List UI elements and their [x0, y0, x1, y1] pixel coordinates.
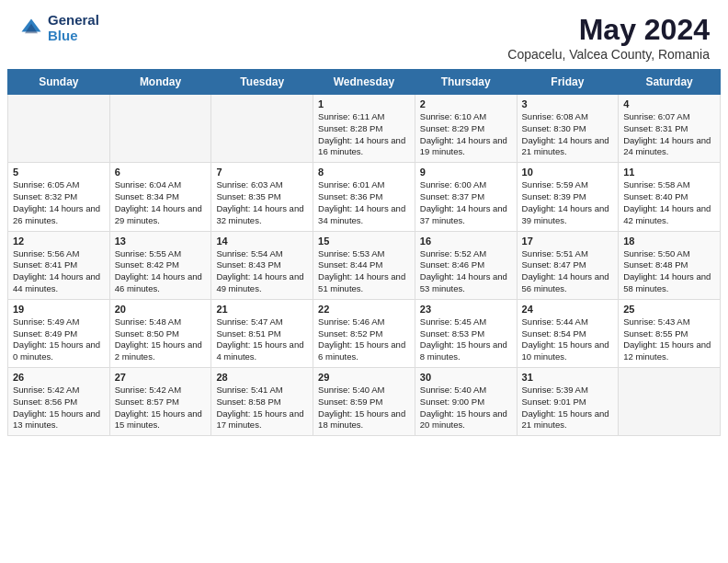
- page-container: General Blue May 2024 Copacelu, Valcea C…: [0, 0, 728, 443]
- calendar-cell: 4Sunrise: 6:07 AM Sunset: 8:31 PM Daylig…: [619, 95, 721, 163]
- day-number: 24: [522, 304, 614, 315]
- weekday-header-friday: Friday: [517, 70, 619, 95]
- calendar-cell: 22Sunrise: 5:46 AM Sunset: 8:52 PM Dayli…: [313, 299, 415, 367]
- day-number: 2: [420, 98, 512, 109]
- day-number: 27: [115, 372, 207, 383]
- day-info: Sunrise: 5:39 AM Sunset: 9:01 PM Dayligh…: [522, 385, 614, 431]
- calendar-cell: 21Sunrise: 5:47 AM Sunset: 8:51 PM Dayli…: [211, 299, 313, 367]
- calendar-cell: 1Sunrise: 6:11 AM Sunset: 8:28 PM Daylig…: [313, 95, 415, 163]
- day-info: Sunrise: 5:52 AM Sunset: 8:46 PM Dayligh…: [420, 248, 512, 295]
- weekday-header-monday: Monday: [109, 70, 211, 95]
- day-number: 3: [522, 98, 614, 109]
- day-number: 29: [318, 372, 410, 383]
- weekday-header-saturday: Saturday: [619, 70, 721, 95]
- calendar-cell: 3Sunrise: 6:08 AM Sunset: 8:30 PM Daylig…: [517, 95, 619, 163]
- day-number: 16: [420, 236, 512, 247]
- day-number: 23: [420, 304, 512, 315]
- calendar-week-row: 19Sunrise: 5:49 AM Sunset: 8:49 PM Dayli…: [8, 299, 721, 367]
- calendar-cell: [211, 95, 313, 163]
- logo-blue-text: Blue: [48, 29, 99, 44]
- calendar-week-row: 5Sunrise: 6:05 AM Sunset: 8:32 PM Daylig…: [8, 163, 721, 231]
- calendar-cell: 11Sunrise: 5:58 AM Sunset: 8:40 PM Dayli…: [619, 163, 721, 231]
- day-number: 22: [318, 304, 410, 315]
- calendar-cell: 27Sunrise: 5:42 AM Sunset: 8:57 PM Dayli…: [109, 368, 211, 436]
- location-subtitle: Copacelu, Valcea County, Romania: [507, 47, 710, 62]
- day-number: 9: [420, 167, 512, 178]
- calendar-cell: 15Sunrise: 5:53 AM Sunset: 8:44 PM Dayli…: [313, 231, 415, 299]
- day-info: Sunrise: 5:49 AM Sunset: 8:49 PM Dayligh…: [13, 316, 105, 363]
- day-info: Sunrise: 5:40 AM Sunset: 8:59 PM Dayligh…: [318, 385, 410, 431]
- calendar-week-row: 26Sunrise: 5:42 AM Sunset: 8:56 PM Dayli…: [8, 368, 721, 436]
- calendar-cell: 10Sunrise: 5:59 AM Sunset: 8:39 PM Dayli…: [517, 163, 619, 231]
- day-info: Sunrise: 5:40 AM Sunset: 9:00 PM Dayligh…: [420, 385, 512, 431]
- day-info: Sunrise: 5:47 AM Sunset: 8:51 PM Dayligh…: [216, 316, 308, 363]
- day-info: Sunrise: 5:45 AM Sunset: 8:53 PM Dayligh…: [420, 316, 512, 363]
- day-number: 13: [115, 236, 207, 247]
- weekday-header-thursday: Thursday: [415, 70, 517, 95]
- calendar-cell: 6Sunrise: 6:04 AM Sunset: 8:34 PM Daylig…: [109, 163, 211, 231]
- day-info: Sunrise: 5:41 AM Sunset: 8:58 PM Dayligh…: [216, 385, 308, 431]
- day-number: 8: [318, 167, 410, 178]
- calendar-week-row: 12Sunrise: 5:56 AM Sunset: 8:41 PM Dayli…: [8, 231, 721, 299]
- day-number: 20: [115, 304, 207, 315]
- calendar-cell: [8, 95, 110, 163]
- day-number: 11: [623, 167, 715, 178]
- day-info: Sunrise: 6:08 AM Sunset: 8:30 PM Dayligh…: [522, 111, 614, 158]
- calendar-cell: 18Sunrise: 5:50 AM Sunset: 8:48 PM Dayli…: [619, 231, 721, 299]
- day-number: 6: [115, 167, 207, 178]
- day-number: 15: [318, 236, 410, 247]
- day-number: 28: [216, 372, 308, 383]
- calendar-cell: 7Sunrise: 6:03 AM Sunset: 8:35 PM Daylig…: [211, 163, 313, 231]
- calendar-cell: 16Sunrise: 5:52 AM Sunset: 8:46 PM Dayli…: [415, 231, 517, 299]
- day-number: 21: [216, 304, 308, 315]
- day-number: 4: [623, 98, 715, 109]
- calendar-cell: 13Sunrise: 5:55 AM Sunset: 8:42 PM Dayli…: [109, 231, 211, 299]
- day-info: Sunrise: 6:10 AM Sunset: 8:29 PM Dayligh…: [420, 111, 512, 158]
- calendar-cell: 28Sunrise: 5:41 AM Sunset: 8:58 PM Dayli…: [211, 368, 313, 436]
- calendar-cell: 12Sunrise: 5:56 AM Sunset: 8:41 PM Dayli…: [8, 231, 110, 299]
- logo-icon: [18, 16, 44, 41]
- calendar-cell: [109, 95, 211, 163]
- weekday-header-wednesday: Wednesday: [313, 70, 415, 95]
- day-number: 25: [623, 304, 715, 315]
- header: General Blue May 2024 Copacelu, Valcea C…: [0, 0, 728, 69]
- day-info: Sunrise: 5:50 AM Sunset: 8:48 PM Dayligh…: [623, 248, 715, 295]
- calendar-table: SundayMondayTuesdayWednesdayThursdayFrid…: [7, 69, 721, 436]
- calendar-body: 1Sunrise: 6:11 AM Sunset: 8:28 PM Daylig…: [8, 95, 721, 436]
- day-info: Sunrise: 6:00 AM Sunset: 8:37 PM Dayligh…: [420, 179, 512, 226]
- day-info: Sunrise: 6:11 AM Sunset: 8:28 PM Dayligh…: [318, 111, 410, 158]
- day-number: 1: [318, 98, 410, 109]
- title-block: May 2024 Copacelu, Valcea County, Romani…: [507, 13, 710, 62]
- calendar-cell: 19Sunrise: 5:49 AM Sunset: 8:49 PM Dayli…: [8, 299, 110, 367]
- day-info: Sunrise: 5:48 AM Sunset: 8:50 PM Dayligh…: [115, 316, 207, 363]
- calendar-cell: 25Sunrise: 5:43 AM Sunset: 8:55 PM Dayli…: [619, 299, 721, 367]
- calendar-cell: 5Sunrise: 6:05 AM Sunset: 8:32 PM Daylig…: [8, 163, 110, 231]
- day-info: Sunrise: 5:42 AM Sunset: 8:56 PM Dayligh…: [13, 385, 105, 431]
- calendar-cell: 2Sunrise: 6:10 AM Sunset: 8:29 PM Daylig…: [415, 95, 517, 163]
- day-info: Sunrise: 5:46 AM Sunset: 8:52 PM Dayligh…: [318, 316, 410, 363]
- weekday-header-sunday: Sunday: [8, 70, 110, 95]
- day-info: Sunrise: 5:42 AM Sunset: 8:57 PM Dayligh…: [115, 385, 207, 431]
- weekday-header-row: SundayMondayTuesdayWednesdayThursdayFrid…: [8, 70, 721, 95]
- day-number: 17: [522, 236, 614, 247]
- day-info: Sunrise: 6:07 AM Sunset: 8:31 PM Dayligh…: [623, 111, 715, 158]
- calendar-cell: 8Sunrise: 6:01 AM Sunset: 8:36 PM Daylig…: [313, 163, 415, 231]
- calendar-header: SundayMondayTuesdayWednesdayThursdayFrid…: [8, 70, 721, 95]
- day-info: Sunrise: 6:04 AM Sunset: 8:34 PM Dayligh…: [115, 179, 207, 226]
- day-number: 31: [522, 372, 614, 383]
- logo: General Blue: [18, 13, 99, 43]
- calendar-cell: 17Sunrise: 5:51 AM Sunset: 8:47 PM Dayli…: [517, 231, 619, 299]
- logo-text: General Blue: [48, 13, 99, 43]
- calendar-cell: 24Sunrise: 5:44 AM Sunset: 8:54 PM Dayli…: [517, 299, 619, 367]
- day-number: 18: [623, 236, 715, 247]
- calendar-cell: 31Sunrise: 5:39 AM Sunset: 9:01 PM Dayli…: [517, 368, 619, 436]
- calendar-cell: 23Sunrise: 5:45 AM Sunset: 8:53 PM Dayli…: [415, 299, 517, 367]
- calendar-wrapper: SundayMondayTuesdayWednesdayThursdayFrid…: [0, 69, 728, 443]
- day-info: Sunrise: 5:51 AM Sunset: 8:47 PM Dayligh…: [522, 248, 614, 295]
- calendar-cell: [619, 368, 721, 436]
- weekday-header-tuesday: Tuesday: [211, 70, 313, 95]
- day-info: Sunrise: 5:44 AM Sunset: 8:54 PM Dayligh…: [522, 316, 614, 363]
- calendar-week-row: 1Sunrise: 6:11 AM Sunset: 8:28 PM Daylig…: [8, 95, 721, 163]
- calendar-cell: 9Sunrise: 6:00 AM Sunset: 8:37 PM Daylig…: [415, 163, 517, 231]
- day-number: 7: [216, 167, 308, 178]
